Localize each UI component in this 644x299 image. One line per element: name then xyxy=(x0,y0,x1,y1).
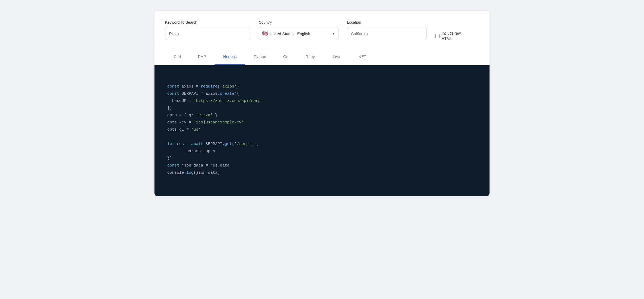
code-block: const axios = require('axios') const SER… xyxy=(167,76,477,184)
tab-dotnet[interactable]: .NET xyxy=(349,49,375,65)
tab-php[interactable]: PHP xyxy=(190,49,215,65)
location-group: Location xyxy=(347,20,427,40)
country-group: Country 🇺🇸 United States - English Unite… xyxy=(259,20,338,40)
keyword-label: Keyword To Search xyxy=(165,20,250,24)
raw-html-checkbox[interactable] xyxy=(435,34,440,38)
keyword-group: Keyword To Search xyxy=(165,20,250,40)
raw-html-checkbox-wrapper: Include rawHTML xyxy=(435,31,461,41)
tabs-section: Curl PHP Node.js Python Go Ruby Java .NE… xyxy=(154,49,490,65)
tab-curl[interactable]: Curl xyxy=(165,49,190,65)
raw-html-group: Include rawHTML xyxy=(435,20,461,41)
country-label: Country xyxy=(259,20,338,24)
code-str: 'axios' xyxy=(220,84,237,89)
location-label: Location xyxy=(347,20,427,24)
location-input[interactable] xyxy=(347,27,427,40)
tab-java[interactable]: Java xyxy=(323,49,349,65)
raw-html-label: Include rawHTML xyxy=(442,31,461,41)
main-container: Keyword To Search Country 🇺🇸 United Stat… xyxy=(154,11,490,196)
code-fn: require xyxy=(201,84,218,89)
tabs-row: Curl PHP Node.js Python Go Ruby Java .NE… xyxy=(165,49,479,65)
tab-python[interactable]: Python xyxy=(245,49,275,65)
tab-go[interactable]: Go xyxy=(275,49,297,65)
tab-ruby[interactable]: Ruby xyxy=(297,49,323,65)
search-form: Keyword To Search Country 🇺🇸 United Stat… xyxy=(154,11,490,49)
country-select-wrapper: 🇺🇸 United States - English United Kingdo… xyxy=(259,27,338,40)
country-select[interactable]: United States - English United Kingdom -… xyxy=(259,27,338,40)
keyword-input[interactable] xyxy=(165,27,250,40)
code-kw: const xyxy=(167,84,179,89)
fields-row: Keyword To Search Country 🇺🇸 United Stat… xyxy=(165,20,479,41)
code-section: const axios = require('axios') const SER… xyxy=(154,65,490,196)
tab-nodejs[interactable]: Node.js xyxy=(215,49,245,65)
